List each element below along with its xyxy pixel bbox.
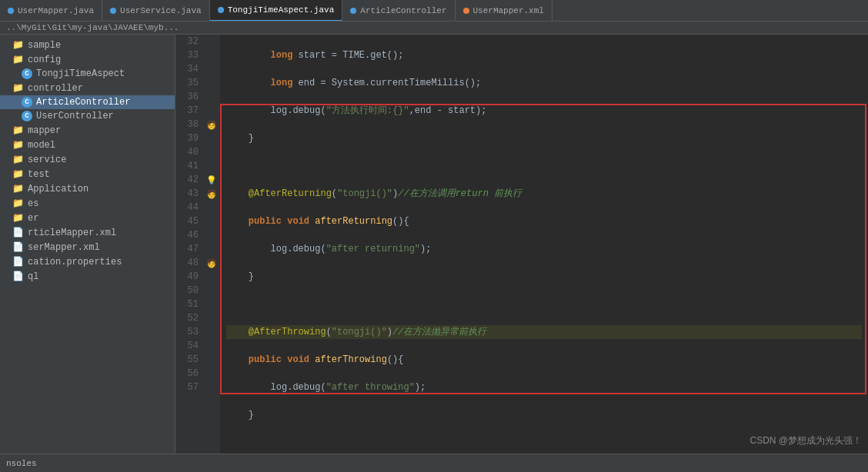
folder-icon: 📁 xyxy=(12,39,24,51)
folder-icon: 📁 xyxy=(12,183,24,194)
folder-icon: 📁 xyxy=(12,212,24,224)
folder-icon: 📁 xyxy=(12,139,24,151)
tab-usermapper[interactable]: UserMapper.java xyxy=(0,0,102,22)
sidebar: 📁 sample 📁 config C TongjiTimeAspect 📁 c… xyxy=(0,35,175,454)
class-icon: C xyxy=(22,97,32,108)
file-icon: 📄 xyxy=(12,241,24,253)
folder-icon: 📁 xyxy=(12,154,24,165)
line-numbers: 32 33 34 35 36 37 38 39 40 41 42 43 44 4… xyxy=(175,35,203,454)
breadcrumb: ..\MyGit\Git\my-java\JAVAEE\myb... xyxy=(0,22,868,35)
sidebar-item-tongjitimeaspect[interactable]: C TongjiTimeAspect xyxy=(0,67,175,81)
sidebar-item-test[interactable]: 📁 test xyxy=(0,167,175,181)
sidebar-item-sample[interactable]: 📁 sample xyxy=(0,38,175,52)
sidebar-item-es[interactable]: 📁 es xyxy=(0,196,175,211)
sidebar-item-mapper[interactable]: 📁 mapper xyxy=(0,123,175,138)
folder-icon: 📁 xyxy=(12,54,24,65)
gutter-col: 🧑 💡 🧑 🧑 xyxy=(203,35,220,454)
sidebar-item-usermapperxml[interactable]: 📄 serMapper.xml xyxy=(0,240,175,254)
class-icon: C xyxy=(22,111,32,121)
tab-userservice[interactable]: UserService.java xyxy=(102,0,210,22)
sidebar-item-cationproperties[interactable]: 📄 cation.properties xyxy=(0,254,175,269)
code-lines[interactable]: long start = TIME.get(); long end = Syst… xyxy=(220,35,868,454)
sidebar-item-application[interactable]: 📁 Application xyxy=(0,181,175,196)
tab-articlecontroller[interactable]: ArticleController xyxy=(342,0,455,22)
folder-icon: 📁 xyxy=(12,198,24,209)
file-icon: 📄 xyxy=(12,227,24,238)
sidebar-item-model[interactable]: 📁 model xyxy=(0,138,175,152)
tab-usermapperxml[interactable]: UserMapper.xml xyxy=(456,0,553,22)
editor-area[interactable]: 32 33 34 35 36 37 38 39 40 41 42 43 44 4… xyxy=(175,35,868,454)
sidebar-item-articlemapperxml[interactable]: 📄 rticleMapper.xml xyxy=(0,225,175,240)
folder-icon: 📁 xyxy=(12,168,24,180)
sidebar-item-er[interactable]: 📁 er xyxy=(0,211,175,225)
sidebar-item-usercontroller[interactable]: C UserController xyxy=(0,109,175,123)
bottom-bar: nsoles xyxy=(0,454,868,472)
tab-bar: UserMapper.java UserService.java TongjiT… xyxy=(0,0,868,22)
class-icon: C xyxy=(22,68,32,79)
sidebar-item-service[interactable]: 📁 service xyxy=(0,152,175,167)
folder-icon: 📁 xyxy=(12,125,24,136)
file-icon: 📄 xyxy=(12,271,24,282)
sidebar-item-ql[interactable]: 📄 ql xyxy=(0,269,175,284)
sidebar-item-articlecontroller[interactable]: C ArticleController xyxy=(0,95,175,109)
sidebar-item-config[interactable]: 📁 config xyxy=(0,52,175,67)
sidebar-item-controller[interactable]: 📁 controller xyxy=(0,81,175,95)
file-icon: 📄 xyxy=(12,256,24,268)
tab-tongjitimeaspect[interactable]: TongjiTimeAspect.java xyxy=(210,0,343,22)
folder-icon: 📁 xyxy=(12,82,24,94)
csdn-watermark: CSDN @梦想成为光头强！ xyxy=(749,434,862,447)
